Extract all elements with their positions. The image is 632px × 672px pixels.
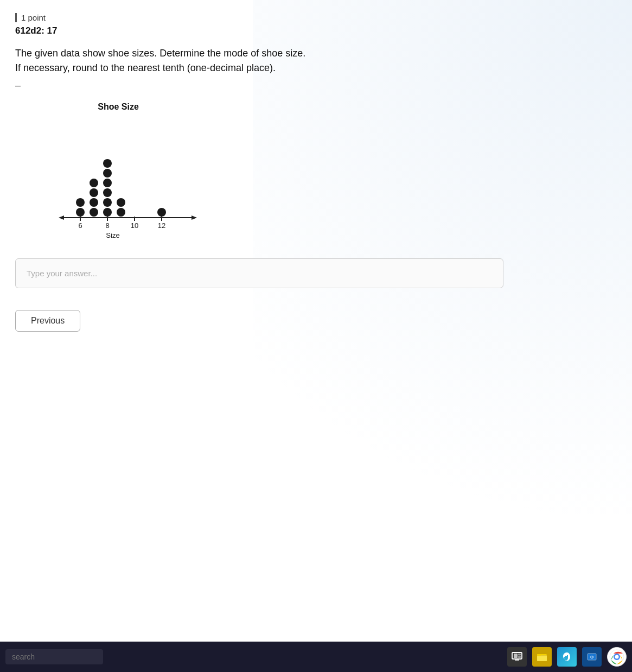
answer-placeholder: Type your answer... bbox=[27, 269, 97, 278]
taskbar-monitor-icon[interactable] bbox=[507, 647, 527, 667]
svg-point-21 bbox=[103, 179, 112, 187]
svg-point-19 bbox=[103, 198, 112, 207]
taskbar-icons: O bbox=[507, 647, 627, 667]
svg-point-22 bbox=[103, 169, 112, 177]
previous-button[interactable]: Previous bbox=[15, 310, 80, 332]
answer-input[interactable]: Type your answer... bbox=[15, 258, 503, 288]
taskbar-explorer-icon[interactable] bbox=[532, 647, 552, 667]
svg-rect-29 bbox=[518, 654, 521, 656]
taskbar-outlook-icon[interactable]: O bbox=[582, 647, 602, 667]
svg-marker-1 bbox=[191, 215, 197, 220]
svg-point-17 bbox=[90, 179, 98, 187]
svg-point-26 bbox=[157, 208, 166, 217]
point-label: 1 point bbox=[15, 13, 617, 22]
main-content: 1 point 612d2: 17 The given data show sh… bbox=[0, 0, 632, 642]
question-text: The given data show shoe sizes. Determin… bbox=[15, 46, 368, 75]
svg-text:O: O bbox=[590, 655, 593, 660]
svg-rect-28 bbox=[514, 654, 518, 658]
svg-point-18 bbox=[103, 208, 112, 217]
svg-text:12: 12 bbox=[158, 221, 165, 230]
svg-rect-33 bbox=[537, 655, 547, 661]
svg-point-23 bbox=[103, 159, 112, 168]
taskbar-edge-icon[interactable] bbox=[557, 647, 577, 667]
dot-plot-title: Shoe Size bbox=[48, 102, 189, 112]
dot-plot-chart: 6 8 10 12 Size bbox=[48, 117, 200, 242]
svg-marker-2 bbox=[59, 215, 64, 220]
svg-point-12 bbox=[76, 208, 85, 217]
svg-text:6: 6 bbox=[78, 221, 82, 230]
svg-point-14 bbox=[90, 208, 98, 217]
svg-text:Size: Size bbox=[106, 231, 119, 239]
svg-point-13 bbox=[76, 198, 85, 207]
question-dash: – bbox=[15, 80, 617, 91]
dot-plot-container: Shoe Size 6 8 10 12 bbox=[48, 102, 617, 242]
taskbar: O bbox=[0, 642, 632, 672]
svg-point-41 bbox=[615, 655, 619, 659]
svg-point-20 bbox=[103, 188, 112, 197]
svg-point-16 bbox=[90, 188, 98, 197]
taskbar-search-input[interactable] bbox=[5, 649, 103, 664]
taskbar-chrome-icon[interactable] bbox=[607, 647, 627, 667]
svg-point-25 bbox=[117, 198, 125, 207]
svg-point-15 bbox=[90, 198, 98, 207]
svg-text:8: 8 bbox=[105, 221, 109, 230]
svg-rect-34 bbox=[537, 654, 541, 656]
svg-rect-30 bbox=[518, 656, 521, 658]
svg-point-24 bbox=[117, 208, 125, 217]
question-id: 612d2: 17 bbox=[15, 26, 617, 36]
svg-text:10: 10 bbox=[131, 221, 138, 230]
